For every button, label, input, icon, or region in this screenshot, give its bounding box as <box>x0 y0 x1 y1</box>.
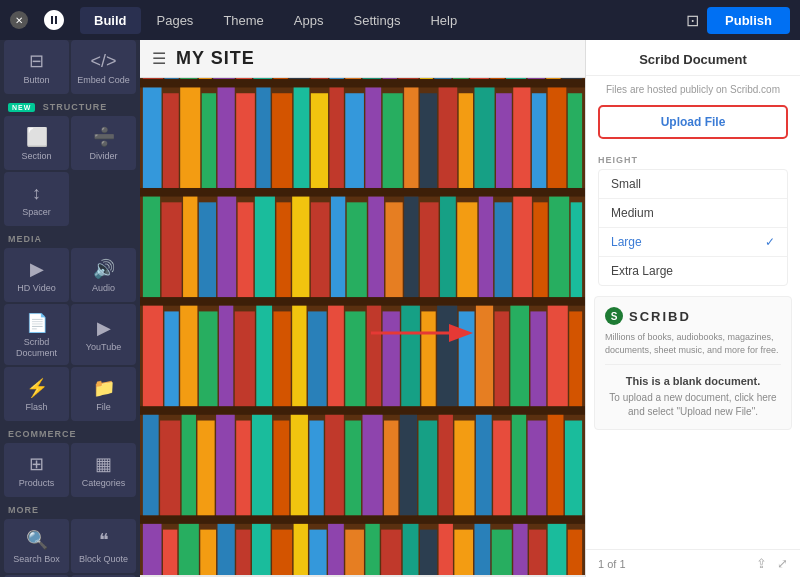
svg-rect-80 <box>143 306 163 406</box>
svg-rect-105 <box>160 421 180 516</box>
categories-icon: ▦ <box>95 453 112 475</box>
svg-rect-42 <box>329 87 343 187</box>
height-options: Small Medium Large ✓ Extra Large <box>598 169 788 286</box>
svg-rect-65 <box>311 202 330 297</box>
svg-rect-37 <box>236 93 255 188</box>
svg-rect-131 <box>200 530 216 575</box>
scribd-footer: 1 of 1 ⇪ ⤢ <box>586 549 800 577</box>
sidebar-item-scribd-doc[interactable]: 📄 Scribd Document <box>4 304 69 365</box>
sidebar-item-products[interactable]: ⊞ Products <box>4 443 69 497</box>
tab-theme[interactable]: Theme <box>209 7 277 34</box>
svg-rect-123 <box>493 421 510 516</box>
scribd-logo-row: S SCRIBD <box>605 307 781 325</box>
svg-rect-46 <box>404 87 418 187</box>
sidebar-item-audio[interactable]: 🔊 Audio <box>71 248 136 302</box>
svg-rect-146 <box>474 524 490 575</box>
svg-rect-138 <box>328 524 344 575</box>
upload-file-button[interactable]: Upload File <box>598 105 788 139</box>
svg-rect-31 <box>562 78 582 79</box>
scribd-blank-title: This is a blank document. <box>605 375 781 387</box>
svg-rect-134 <box>252 524 271 575</box>
canvas-area: ☰ MY SITE <box>140 40 585 577</box>
svg-rect-50 <box>474 87 494 187</box>
height-option-large[interactable]: Large ✓ <box>599 228 787 257</box>
tab-help[interactable]: Help <box>416 7 471 34</box>
section-label-structure: NEW STRUCTURE <box>0 94 140 116</box>
svg-rect-79 <box>571 202 582 297</box>
share-icon[interactable]: ⇪ <box>756 556 767 571</box>
svg-rect-140 <box>365 524 379 575</box>
height-option-extra-large[interactable]: Extra Large <box>599 257 787 285</box>
svg-rect-18 <box>329 78 343 79</box>
sidebar-item-categories[interactable]: ▦ Categories <box>71 443 136 497</box>
fullscreen-icon[interactable]: ⤢ <box>777 556 788 571</box>
svg-rect-43 <box>345 93 364 188</box>
svg-rect-151 <box>568 530 582 575</box>
svg-rect-47 <box>420 93 437 188</box>
sidebar-item-search-box[interactable]: 🔍 Search Box <box>4 519 69 573</box>
svg-rect-17 <box>311 78 328 79</box>
video-icon: ▶ <box>30 258 44 280</box>
sidebar-item-flash[interactable]: ⚡ Flash <box>4 367 69 421</box>
divider-icon: ➗ <box>93 126 115 148</box>
canvas-image <box>140 78 585 575</box>
svg-rect-125 <box>528 421 547 516</box>
svg-rect-41 <box>311 93 328 188</box>
close-button[interactable]: ✕ <box>10 11 28 29</box>
youtube-icon: ▶ <box>97 317 111 339</box>
sidebar-item-hd-video[interactable]: ▶ HD Video <box>4 248 69 302</box>
sidebar-label-hd-video: HD Video <box>17 283 55 294</box>
svg-rect-45 <box>383 93 403 188</box>
code-icon: </> <box>90 51 116 72</box>
sidebar-item-button[interactable]: ⊟ Button <box>4 40 69 94</box>
height-option-small[interactable]: Small <box>599 170 787 199</box>
sidebar-item-spacer[interactable]: ↕ Spacer <box>4 172 69 226</box>
menu-icon[interactable]: ☰ <box>152 49 166 68</box>
tab-apps[interactable]: Apps <box>280 7 338 34</box>
svg-rect-25 <box>453 78 469 79</box>
height-option-medium[interactable]: Medium <box>599 199 787 228</box>
sidebar-label-embed-code: Embed Code <box>77 75 130 86</box>
svg-rect-21 <box>383 78 397 79</box>
sidebar-label-youtube: YouTube <box>86 342 121 353</box>
site-title: MY SITE <box>176 48 255 69</box>
svg-rect-102 <box>548 306 568 406</box>
svg-rect-127 <box>565 421 582 516</box>
sidebar-item-youtube[interactable]: ▶ YouTube <box>71 304 136 365</box>
svg-rect-66 <box>331 197 345 297</box>
svg-rect-57 <box>162 202 182 297</box>
canvas-header: ☰ MY SITE <box>140 40 585 78</box>
svg-rect-34 <box>180 87 200 187</box>
sidebar-item-embed-code[interactable]: </> Embed Code <box>71 40 136 94</box>
svg-rect-39 <box>272 93 292 188</box>
svg-rect-81 <box>164 311 178 406</box>
sidebar-item-block-quote[interactable]: ❝ Block Quote <box>71 519 136 573</box>
svg-rect-53 <box>532 93 546 188</box>
svg-rect-13 <box>236 78 252 79</box>
svg-rect-124 <box>512 415 526 515</box>
svg-rect-2 <box>140 79 585 88</box>
publish-button[interactable]: Publish <box>707 7 790 34</box>
scribd-name: SCRIBD <box>629 309 691 324</box>
height-option-extra-large-label: Extra Large <box>611 264 673 278</box>
monitor-icon[interactable]: ⊡ <box>686 11 699 30</box>
svg-rect-5 <box>140 406 585 415</box>
tab-pages[interactable]: Pages <box>143 7 208 34</box>
tab-build[interactable]: Build <box>80 7 141 34</box>
svg-rect-54 <box>548 87 567 187</box>
svg-rect-132 <box>218 524 235 575</box>
svg-rect-91 <box>345 311 365 406</box>
svg-rect-71 <box>420 202 439 297</box>
svg-rect-149 <box>529 530 546 575</box>
sidebar-label-scribd-doc: Scribd Document <box>8 337 65 359</box>
svg-rect-89 <box>308 311 327 406</box>
new-badge: NEW <box>8 103 35 112</box>
sidebar-item-divider[interactable]: ➗ Divider <box>71 116 136 170</box>
svg-rect-32 <box>143 87 162 187</box>
svg-rect-29 <box>528 78 545 79</box>
sidebar-item-file[interactable]: 📁 File <box>71 367 136 421</box>
svg-rect-19 <box>345 78 361 79</box>
tab-settings[interactable]: Settings <box>339 7 414 34</box>
sidebar-item-section[interactable]: ⬜ Section <box>4 116 69 170</box>
svg-rect-87 <box>274 311 291 406</box>
